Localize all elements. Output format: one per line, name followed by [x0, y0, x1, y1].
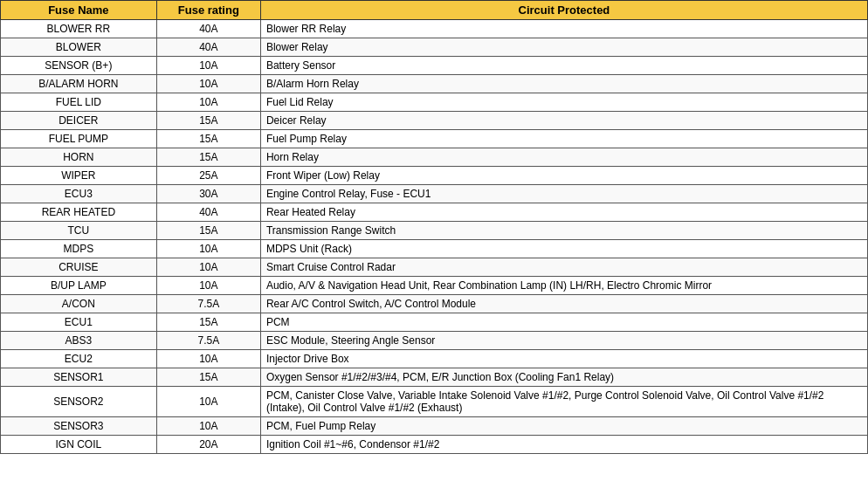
fuse-name-cell: B/ALARM HORN [1, 75, 157, 93]
circuit-protected-cell: PCM [260, 313, 867, 332]
fuse-rating-cell: 10A [156, 350, 260, 368]
fuse-rating-cell: 40A [156, 203, 260, 222]
circuit-protected-cell: Horn Relay [260, 148, 867, 167]
fuse-name-cell: ECU2 [1, 350, 157, 368]
fuse-name-cell: FUEL LID [1, 93, 157, 112]
circuit-protected-cell: Rear A/C Control Switch, A/C Control Mod… [260, 295, 867, 313]
fuse-name-cell: FUEL PUMP [1, 130, 157, 148]
circuit-protected-cell: MDPS Unit (Rack) [260, 240, 867, 258]
fuse-name-cell: ECU3 [1, 185, 157, 203]
table-row: SENSOR310APCM, Fuel Pump Relay [1, 417, 868, 436]
circuit-protected-cell: Front Wiper (Low) Relay [260, 167, 867, 185]
fuse-rating-cell: 10A [156, 93, 260, 112]
table-row: CRUISE10ASmart Cruise Control Radar [1, 258, 868, 277]
table-row: HORN15AHorn Relay [1, 148, 868, 167]
header-fuse-name: Fuse Name [1, 1, 157, 20]
table-row: ECU210AInjector Drive Box [1, 350, 868, 368]
fuse-name-cell: SENSOR2 [1, 387, 157, 417]
fuse-rating-cell: 10A [156, 417, 260, 436]
fuse-name-cell: TCU [1, 222, 157, 240]
fuse-rating-cell: 7.5A [156, 332, 260, 350]
circuit-protected-cell: Deicer Relay [260, 112, 867, 130]
circuit-protected-cell: Fuel Lid Relay [260, 93, 867, 112]
fuse-name-cell: ECU1 [1, 313, 157, 332]
table-row: DEICER15ADeicer Relay [1, 112, 868, 130]
fuse-name-cell: B/UP LAMP [1, 277, 157, 295]
table-row: WIPER25AFront Wiper (Low) Relay [1, 167, 868, 185]
fuse-name-cell: REAR HEATED [1, 203, 157, 222]
fuse-rating-cell: 40A [156, 20, 260, 38]
circuit-protected-cell: Battery Sensor [260, 57, 867, 75]
table-row: A/CON7.5ARear A/C Control Switch, A/C Co… [1, 295, 868, 313]
fuse-rating-cell: 10A [156, 75, 260, 93]
fuse-rating-cell: 10A [156, 258, 260, 277]
table-row: ABS37.5AESC Module, Steering Angle Senso… [1, 332, 868, 350]
circuit-protected-cell: PCM, Fuel Pump Relay [260, 417, 867, 436]
circuit-protected-cell: Engine Control Relay, Fuse - ECU1 [260, 185, 867, 203]
fuse-rating-cell: 10A [156, 57, 260, 75]
fuse-name-cell: CRUISE [1, 258, 157, 277]
fuse-rating-cell: 10A [156, 387, 260, 417]
table-row: SENSOR210APCM, Canister Close Valve, Var… [1, 387, 868, 417]
fuse-name-cell: MDPS [1, 240, 157, 258]
table-row: TCU15ATransmission Range Switch [1, 222, 868, 240]
circuit-protected-cell: ESC Module, Steering Angle Sensor [260, 332, 867, 350]
circuit-protected-cell: Rear Heated Relay [260, 203, 867, 222]
fuse-rating-cell: 25A [156, 167, 260, 185]
fuse-name-cell: SENSOR (B+) [1, 57, 157, 75]
fuse-name-cell: BLOWER RR [1, 20, 157, 38]
fuse-rating-cell: 7.5A [156, 295, 260, 313]
fuse-rating-cell: 40A [156, 38, 260, 57]
header-circuit-protected: Circuit Protected [260, 1, 867, 20]
circuit-protected-cell: Blower Relay [260, 38, 867, 57]
table-row: FUEL PUMP15AFuel Pump Relay [1, 130, 868, 148]
fuse-rating-cell: 15A [156, 130, 260, 148]
fuse-rating-cell: 30A [156, 185, 260, 203]
circuit-protected-cell: Oxygen Sensor #1/#2/#3/#4, PCM, E/R Junc… [260, 368, 867, 387]
table-row: ECU330AEngine Control Relay, Fuse - ECU1 [1, 185, 868, 203]
table-row: ECU115APCM [1, 313, 868, 332]
fuse-rating-cell: 15A [156, 112, 260, 130]
circuit-protected-cell: PCM, Canister Close Valve, Variable Inta… [260, 387, 867, 417]
fuse-name-cell: DEICER [1, 112, 157, 130]
fuse-name-cell: A/CON [1, 295, 157, 313]
fuse-rating-cell: 10A [156, 277, 260, 295]
circuit-protected-cell: Fuel Pump Relay [260, 130, 867, 148]
header-fuse-rating: Fuse rating [156, 1, 260, 20]
table-row: B/ALARM HORN10AB/Alarm Horn Relay [1, 75, 868, 93]
circuit-protected-cell: Audio, A/V & Navigation Head Unit, Rear … [260, 277, 867, 295]
circuit-protected-cell: Blower RR Relay [260, 20, 867, 38]
circuit-protected-cell: Injector Drive Box [260, 350, 867, 368]
fuse-rating-cell: 15A [156, 222, 260, 240]
fuse-table: Fuse Name Fuse rating Circuit Protected … [0, 0, 868, 454]
fuse-name-cell: SENSOR1 [1, 368, 157, 387]
table-row: BLOWER RR40ABlower RR Relay [1, 20, 868, 38]
fuse-name-cell: HORN [1, 148, 157, 167]
fuse-rating-cell: 15A [156, 148, 260, 167]
fuse-name-cell: SENSOR3 [1, 417, 157, 436]
table-row: MDPS10AMDPS Unit (Rack) [1, 240, 868, 258]
fuse-name-cell: ABS3 [1, 332, 157, 350]
table-row: B/UP LAMP10AAudio, A/V & Navigation Head… [1, 277, 868, 295]
table-row: BLOWER40ABlower Relay [1, 38, 868, 57]
fuse-name-cell: WIPER [1, 167, 157, 185]
table-header-row: Fuse Name Fuse rating Circuit Protected [1, 1, 868, 20]
fuse-rating-cell: 10A [156, 240, 260, 258]
circuit-protected-cell: Smart Cruise Control Radar [260, 258, 867, 277]
fuse-name-cell: IGN COIL [1, 436, 157, 454]
fuse-rating-cell: 15A [156, 313, 260, 332]
table-row: SENSOR (B+)10ABattery Sensor [1, 57, 868, 75]
table-row: SENSOR115AOxygen Sensor #1/#2/#3/#4, PCM… [1, 368, 868, 387]
circuit-protected-cell: B/Alarm Horn Relay [260, 75, 867, 93]
circuit-protected-cell: Ignition Coil #1~#6, Condensor #1/#2 [260, 436, 867, 454]
fuse-rating-cell: 15A [156, 368, 260, 387]
table-row: IGN COIL20AIgnition Coil #1~#6, Condenso… [1, 436, 868, 454]
circuit-protected-cell: Transmission Range Switch [260, 222, 867, 240]
table-row: FUEL LID10AFuel Lid Relay [1, 93, 868, 112]
fuse-name-cell: BLOWER [1, 38, 157, 57]
table-row: REAR HEATED40ARear Heated Relay [1, 203, 868, 222]
fuse-rating-cell: 20A [156, 436, 260, 454]
